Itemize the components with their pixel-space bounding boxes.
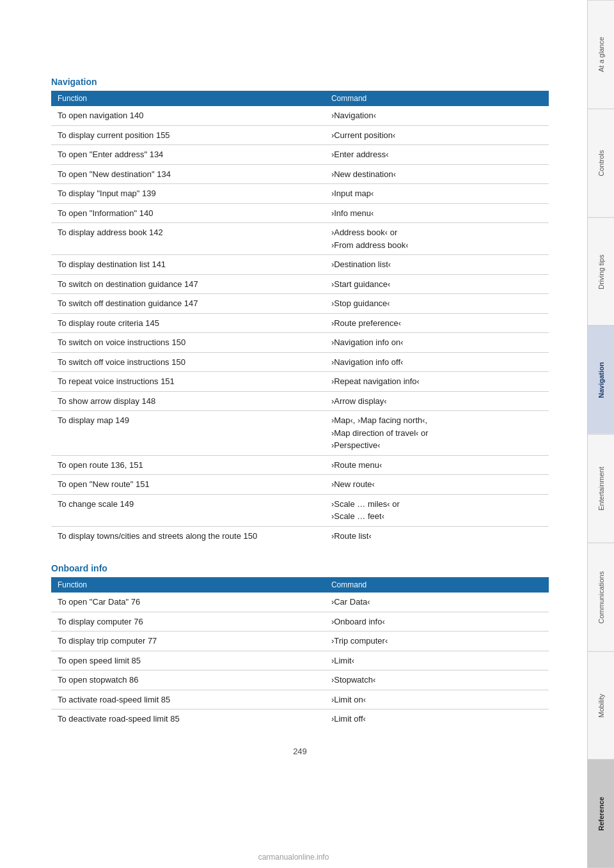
nav-table-row: To switch off destination guidance 147›S…: [51, 294, 549, 314]
watermark: carmanualonline.info: [258, 853, 329, 862]
onboard-function-cell: To deactivate road-speed limit 85: [51, 709, 325, 729]
nav-table-row: To repeat voice instructions 151›Repeat …: [51, 372, 549, 392]
nav-table-row: To display route criteria 145›Route pref…: [51, 313, 549, 333]
onboard-title: Onboard info: [51, 563, 549, 573]
nav-table-row: To open "New destination" 134›New destin…: [51, 164, 549, 184]
onboard-table-body: To open "Car Data" 76›Car Data‹To displa…: [51, 593, 549, 729]
nav-command-cell: ›Destination list‹: [325, 255, 549, 275]
nav-function-cell: To display address book 142: [51, 223, 325, 255]
nav-function-cell: To open "New destination" 134: [51, 164, 325, 184]
page-container: Navigation Function Command To open navi…: [0, 0, 614, 868]
nav-table-row: To open "New route" 151›New route‹: [51, 475, 549, 495]
nav-table-row: To display current position 155›Current …: [51, 125, 549, 145]
onboard-function-cell: To open "Car Data" 76: [51, 593, 325, 612]
nav-command-cell: ›Route menu‹: [325, 455, 549, 475]
onboard-section: Onboard info Function Command To open "C…: [51, 563, 549, 729]
nav-function-cell: To open "New route" 151: [51, 475, 325, 495]
onboard-table-row: To open "Car Data" 76›Car Data‹: [51, 593, 549, 612]
nav-function-cell: To display current position 155: [51, 125, 325, 145]
nav-function-cell: To change scale 149: [51, 494, 325, 526]
onboard-table-row: To activate road-speed limit 85›Limit on…: [51, 690, 549, 709]
nav-command-cell: ›Navigation‹: [325, 106, 549, 125]
nav-command-cell: ›Navigation info off‹: [325, 352, 549, 372]
nav-col1-header: Function: [51, 91, 325, 106]
nav-table-row: To open "Enter address" 134›Enter addres…: [51, 145, 549, 165]
navigation-table: Function Command To open navigation 140›…: [51, 91, 549, 545]
nav-command-cell: ›Navigation info on‹: [325, 333, 549, 353]
sidebar-tab-entertainment[interactable]: Entertainment: [588, 434, 614, 543]
onboard-table-row: To open speed limit 85›Limit‹: [51, 651, 549, 670]
nav-table-header-row: Function Command: [51, 91, 549, 106]
onboard-function-cell: To display computer 76: [51, 612, 325, 632]
nav-function-cell: To switch off voice instructions 150: [51, 352, 325, 372]
onboard-command-cell: ›Stopwatch‹: [325, 670, 549, 690]
nav-function-cell: To switch on destination guidance 147: [51, 274, 325, 294]
page-number: 249: [51, 747, 549, 756]
nav-function-cell: To open route 136, 151: [51, 455, 325, 475]
nav-command-cell: ›Input map‹: [325, 184, 549, 204]
nav-function-cell: To display destination list 141: [51, 255, 325, 275]
nav-function-cell: To show arrow display 148: [51, 391, 325, 411]
nav-table-row: To switch on destination guidance 147›St…: [51, 274, 549, 294]
nav-function-cell: To repeat voice instructions 151: [51, 372, 325, 392]
nav-table-row: To display map 149›Map‹, ›Map facing nor…: [51, 411, 549, 456]
nav-command-cell: ›Stop guidance‹: [325, 294, 549, 314]
nav-function-cell: To open "Enter address" 134: [51, 145, 325, 165]
onboard-table-row: To deactivate road-speed limit 85›Limit …: [51, 709, 549, 729]
nav-command-cell: ›Route list‹: [325, 526, 549, 545]
nav-command-cell: ›New route‹: [325, 475, 549, 495]
nav-table-row: To open navigation 140›Navigation‹: [51, 106, 549, 125]
main-content: Navigation Function Command To open navi…: [0, 0, 587, 868]
sidebar-tab-controls[interactable]: Controls: [588, 109, 614, 217]
navigation-title: Navigation: [51, 77, 549, 87]
nav-function-cell: To open navigation 140: [51, 106, 325, 125]
nav-function-cell: To open "Information" 140: [51, 203, 325, 223]
nav-table-row: To change scale 149›Scale … miles‹ or ›S…: [51, 494, 549, 526]
onboard-col1-header: Function: [51, 577, 325, 593]
sidebar-tab-at-a-glance[interactable]: At a glance: [588, 0, 614, 109]
sidebar-tab-communications[interactable]: Communications: [588, 543, 614, 651]
sidebar-tab-navigation[interactable]: Navigation: [588, 325, 614, 434]
onboard-command-cell: ›Car Data‹: [325, 593, 549, 612]
nav-table-row: To open "Information" 140›Info menu‹: [51, 203, 549, 223]
onboard-command-cell: ›Onboard info‹: [325, 612, 549, 632]
nav-table-row: To display towns/cities and streets alon…: [51, 526, 549, 545]
onboard-table-row: To display trip computer 77›Trip compute…: [51, 632, 549, 651]
sidebar-tab-driving-tips[interactable]: Driving tips: [588, 217, 614, 326]
onboard-function-cell: To activate road-speed limit 85: [51, 690, 325, 709]
onboard-table: Function Command To open "Car Data" 76›C…: [51, 577, 549, 729]
onboard-command-cell: ›Limit‹: [325, 651, 549, 670]
nav-command-cell: ›Route preference‹: [325, 313, 549, 333]
nav-table-row: To open route 136, 151›Route menu‹: [51, 455, 549, 475]
nav-command-cell: ›Enter address‹: [325, 145, 549, 165]
navigation-table-body: To open navigation 140›Navigation‹To dis…: [51, 106, 549, 545]
onboard-table-header-row: Function Command: [51, 577, 549, 593]
nav-table-row: To display address book 142›Address book…: [51, 223, 549, 255]
nav-command-cell: ›Current position‹: [325, 125, 549, 145]
nav-table-row: To display "Input map" 139›Input map‹: [51, 184, 549, 204]
nav-function-cell: To display map 149: [51, 411, 325, 456]
nav-command-cell: ›Scale … miles‹ or ›Scale … feet‹: [325, 494, 549, 526]
nav-table-row: To switch off voice instructions 150›Nav…: [51, 352, 549, 372]
nav-function-cell: To display route criteria 145: [51, 313, 325, 333]
nav-table-row: To show arrow display 148›Arrow display‹: [51, 391, 549, 411]
nav-command-cell: ›Info menu‹: [325, 203, 549, 223]
sidebar-tab-mobility[interactable]: Mobility: [588, 651, 614, 760]
nav-col2-header: Command: [325, 91, 549, 106]
nav-table-row: To display destination list 141›Destinat…: [51, 255, 549, 275]
onboard-command-cell: ›Trip computer‹: [325, 632, 549, 651]
onboard-col2-header: Command: [325, 577, 549, 593]
navigation-section: Navigation Function Command To open navi…: [51, 77, 549, 545]
sidebar-tab-reference[interactable]: Reference: [588, 759, 614, 868]
nav-function-cell: To display "Input map" 139: [51, 184, 325, 204]
right-sidebar: At a glance Controls Driving tips Naviga…: [587, 0, 614, 868]
nav-command-cell: ›Address book‹ or ›From address book‹: [325, 223, 549, 255]
nav-command-cell: ›New destination‹: [325, 164, 549, 184]
nav-function-cell: To display towns/cities and streets alon…: [51, 526, 325, 545]
nav-function-cell: To switch on voice instructions 150: [51, 333, 325, 353]
nav-table-row: To switch on voice instructions 150›Navi…: [51, 333, 549, 353]
nav-function-cell: To switch off destination guidance 147: [51, 294, 325, 314]
onboard-command-cell: ›Limit on‹: [325, 690, 549, 709]
nav-command-cell: ›Start guidance‹: [325, 274, 549, 294]
onboard-table-row: To display computer 76›Onboard info‹: [51, 612, 549, 632]
